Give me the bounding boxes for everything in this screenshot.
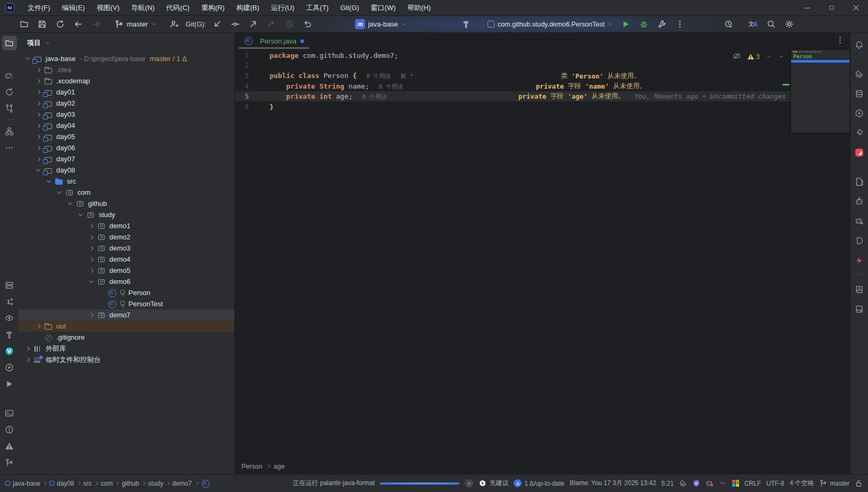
navbar-item-src[interactable]: src	[83, 480, 92, 487]
git-status-widget[interactable]: Δ1 Δ/up-to-date	[514, 479, 564, 487]
tree-row-临时文件和控制台[interactable]: 临时文件和控制台	[19, 354, 235, 365]
forward-button[interactable]	[87, 18, 105, 31]
more-run-options-button[interactable]	[653, 18, 671, 31]
close-button[interactable]	[844, 0, 868, 16]
expand-arrow-icon[interactable]	[33, 322, 42, 331]
menu-工具(T)[interactable]: 工具(T)	[300, 0, 335, 16]
expand-arrow-icon[interactable]	[23, 344, 32, 353]
tree-row-.idea[interactable]: .idea	[19, 64, 235, 75]
menu-Git(G)[interactable]: Git(G)	[334, 0, 364, 16]
services-tool-button[interactable]	[2, 278, 17, 292]
tree-row-.xcodemap[interactable]: .xcodemap	[19, 75, 235, 87]
collapse-arrow-icon[interactable]	[65, 199, 74, 208]
ai-chat-tool-button[interactable]	[2, 68, 17, 83]
code-line-2[interactable]: 2	[235, 61, 850, 71]
blame-widget[interactable]: Blame: You 17 3月 2025 13:42	[570, 479, 656, 488]
breadcrumb-class[interactable]: Person	[241, 463, 263, 470]
build-tool-button[interactable]	[2, 327, 17, 342]
device-tool-button[interactable]	[852, 301, 867, 316]
run-dashboard-tool-button[interactable]	[2, 360, 17, 375]
open-project-button[interactable]	[15, 18, 33, 31]
tree-row-PersonTest[interactable]: PersonTest	[19, 298, 235, 309]
tree-row-day08[interactable]: day08	[19, 165, 235, 176]
collapse-arrow-icon[interactable]	[86, 277, 96, 286]
menu-窗口(W)[interactable]: 窗口(W)	[365, 0, 402, 16]
profiler-button[interactable]	[721, 18, 744, 31]
expand-arrow-icon[interactable]	[86, 221, 96, 230]
menu-编辑(E)[interactable]: 编辑(E)	[56, 0, 91, 16]
navbar-item-java-base[interactable]: java-base	[5, 480, 40, 487]
inlay-hint[interactable]: 0 个用法	[362, 93, 387, 101]
expand-arrow-icon[interactable]	[33, 110, 42, 119]
plugin-hex-tool-button[interactable]	[852, 106, 867, 120]
hide-inspections-button[interactable]	[733, 52, 741, 62]
collapse-arrow-icon[interactable]	[55, 188, 64, 197]
code-line-3[interactable]: 3public class Person {0 个用法新 *类 'Person'…	[235, 71, 850, 81]
navbar-item-study[interactable]: study	[148, 480, 163, 487]
line-number[interactable]: 5	[235, 93, 249, 100]
prev-problem-button[interactable]	[766, 53, 772, 61]
add-user-button[interactable]	[166, 18, 184, 31]
tree-row-day04[interactable]: day04	[19, 120, 235, 131]
tree-row-Person[interactable]: Person	[19, 287, 235, 298]
chat-tool-button[interactable]	[852, 213, 867, 228]
next-problem-button[interactable]	[778, 53, 784, 61]
expand-arrow-icon[interactable]	[33, 143, 42, 152]
tree-row-day05[interactable]: day05	[19, 131, 235, 142]
tree-row-out[interactable]: out	[19, 321, 235, 332]
navbar-item-day08[interactable]: day08	[49, 480, 74, 487]
tree-row-com[interactable]: com	[19, 187, 235, 198]
git-commit-button[interactable]	[227, 18, 245, 31]
cherry-pick-button[interactable]	[263, 18, 281, 31]
search-everywhere-button[interactable]	[762, 18, 780, 31]
tree-row-day03[interactable]: day03	[19, 109, 235, 120]
run-tool-button[interactable]	[2, 376, 17, 391]
run-button[interactable]	[617, 18, 635, 31]
shield-plugin-button[interactable]	[692, 479, 700, 487]
code-editor[interactable]: 1package com.github.study.demo7;23public…	[235, 49, 850, 459]
tree-row-day02[interactable]: day02	[19, 98, 235, 109]
problems-tool-button[interactable]	[2, 422, 17, 437]
plugin-d-tool-button[interactable]	[852, 233, 867, 248]
plugin-spark-tool-button[interactable]	[852, 253, 867, 267]
suggestion-widget[interactable]: 无建议	[479, 479, 508, 488]
tree-row-day06[interactable]: day06	[19, 142, 235, 153]
inlay-hint[interactable]: 0 个用法	[366, 72, 390, 80]
spiral-at-icon[interactable]	[679, 479, 687, 487]
collapse-arrow-icon[interactable]	[76, 210, 85, 219]
dictionary-tool-button[interactable]	[852, 282, 867, 297]
plugin-pinwheel-tool-button[interactable]	[852, 125, 867, 140]
tree-row-demo3[interactable]: demo3	[19, 243, 235, 254]
history-button[interactable]	[281, 18, 299, 31]
git-update-button[interactable]	[209, 18, 227, 31]
caret-position-widget[interactable]: 5:21	[662, 480, 674, 487]
menu-重构(R)[interactable]: 重构(R)	[195, 0, 230, 16]
menu-构建(B)[interactable]: 构建(B)	[230, 0, 265, 16]
indent-widget[interactable]: 4 个空格	[789, 479, 814, 488]
more-tool-windows-button[interactable]	[2, 140, 17, 155]
expand-arrow-icon[interactable]	[86, 266, 96, 275]
minimap-viewport[interactable]	[791, 60, 849, 63]
navbar-item-com[interactable]: com	[101, 480, 113, 487]
branch-widget-status[interactable]: master	[819, 479, 849, 487]
collapse-arrow-icon[interactable]	[44, 177, 53, 186]
breadcrumb-field[interactable]: age	[274, 463, 285, 470]
navbar-item-demo7[interactable]: demo7	[172, 480, 192, 487]
structure-tool-button[interactable]	[2, 124, 17, 139]
expand-arrow-icon[interactable]	[33, 132, 42, 141]
codesee-tool-button[interactable]	[2, 310, 17, 325]
project-tool-button[interactable]	[2, 36, 17, 50]
expand-arrow-icon[interactable]	[86, 232, 96, 241]
git-push-button[interactable]	[245, 18, 263, 31]
copilot-status-button[interactable]	[706, 479, 714, 487]
bookmarks-tool-button[interactable]	[2, 294, 17, 309]
copilot-tool-button[interactable]	[852, 194, 867, 209]
debug-button[interactable]	[635, 18, 653, 31]
tree-row-demo1[interactable]: demo1	[19, 220, 235, 231]
toolbar-more-button[interactable]	[671, 18, 689, 31]
tree-row-day07[interactable]: day07	[19, 153, 235, 165]
line-number[interactable]: 3	[235, 72, 249, 80]
menu-文件(F)[interactable]: 文件(F)	[22, 0, 56, 16]
tab-options-button[interactable]	[836, 36, 845, 46]
plugin-crescent-tool-button[interactable]	[852, 145, 867, 160]
